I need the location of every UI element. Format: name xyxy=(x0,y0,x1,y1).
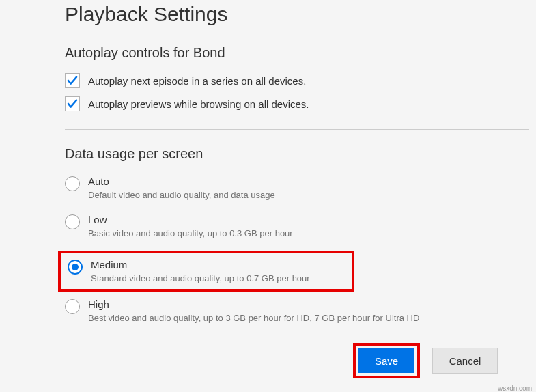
radio-unselected-icon xyxy=(65,176,80,191)
radio-selected-icon xyxy=(68,260,83,275)
data-usage-medium-row[interactable]: Medium Standard video and audio quality,… xyxy=(68,257,346,285)
autoplay-previews-label: Autoplay previews while browsing on all … xyxy=(88,98,309,110)
autoplay-section-title: Autoplay controls for Bond xyxy=(65,45,536,61)
data-usage-low-desc: Basic video and audio quality, up to 0.3… xyxy=(88,228,293,238)
page-title: Playback Settings xyxy=(65,0,536,45)
cancel-button[interactable]: Cancel xyxy=(432,348,498,374)
data-usage-medium-label: Medium xyxy=(91,259,310,270)
checkbox-checked-icon xyxy=(65,73,80,88)
radio-unselected-icon xyxy=(65,299,80,314)
highlight-box-medium: Medium Standard video and audio quality,… xyxy=(58,251,354,292)
section-divider xyxy=(65,129,529,130)
autoplay-previews-row[interactable]: Autoplay previews while browsing on all … xyxy=(65,96,536,111)
data-usage-medium-desc: Standard video and audio quality, up to … xyxy=(91,273,310,283)
autoplay-next-episode-label: Autoplay next episode in a series on all… xyxy=(88,75,306,87)
data-usage-low-row[interactable]: Low Basic video and audio quality, up to… xyxy=(65,212,536,240)
data-usage-auto-desc: Default video and audio quality, and dat… xyxy=(88,190,275,200)
attribution-text: wsxdn.com xyxy=(498,384,532,392)
autoplay-next-episode-row[interactable]: Autoplay next episode in a series on all… xyxy=(65,73,536,88)
radio-unselected-icon xyxy=(65,214,80,229)
checkbox-checked-icon xyxy=(65,96,80,111)
data-usage-section-title: Data usage per screen xyxy=(65,146,536,162)
data-usage-low-label: Low xyxy=(88,214,293,225)
highlight-box-save: Save xyxy=(353,343,420,378)
button-row: Save Cancel xyxy=(353,343,498,378)
data-usage-auto-row[interactable]: Auto Default video and audio quality, an… xyxy=(65,174,536,201)
data-usage-auto-label: Auto xyxy=(88,176,275,187)
data-usage-high-row[interactable]: High Best video and audio quality, up to… xyxy=(65,297,536,324)
save-button[interactable]: Save xyxy=(358,348,414,373)
data-usage-high-label: High xyxy=(88,298,419,310)
data-usage-high-desc: Best video and audio quality, up to 3 GB… xyxy=(88,313,419,323)
